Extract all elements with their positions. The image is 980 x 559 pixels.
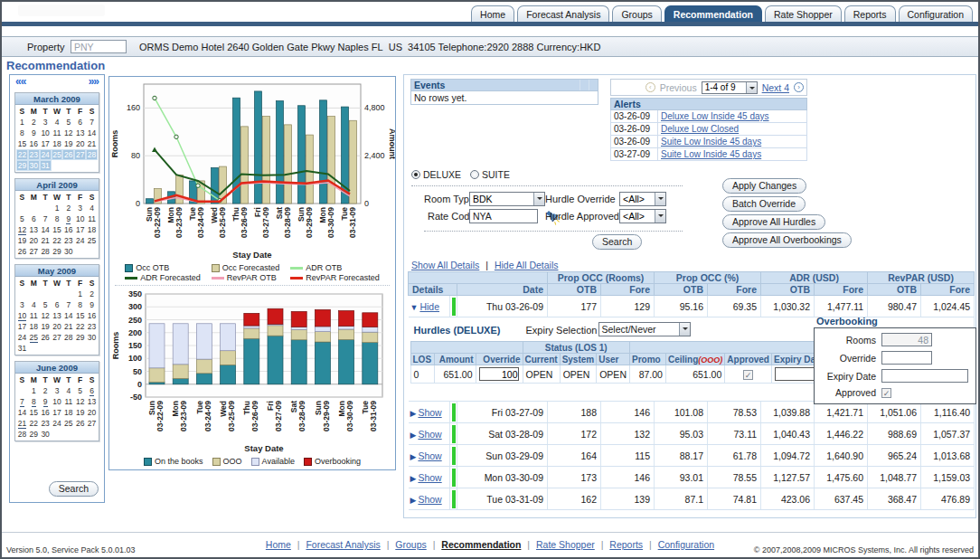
calendar-day[interactable]: 5 xyxy=(16,213,28,224)
alerts-range-select[interactable]: 1-4 of 9 xyxy=(702,81,758,94)
calendar-day[interactable]: 4 xyxy=(86,203,98,213)
hide-details-link[interactable]: Hide xyxy=(419,301,439,312)
calendar-day[interactable]: 22 xyxy=(74,321,86,332)
tab-configuration[interactable]: Configuration xyxy=(899,5,973,22)
alert-link[interactable]: Suite Low Inside 45 days xyxy=(661,149,761,159)
calendar-day[interactable]: 24 xyxy=(74,235,86,246)
dropdown-arrow-icon[interactable] xyxy=(679,323,690,336)
calendar-day[interactable]: 27 xyxy=(74,149,86,160)
calendar-day[interactable]: 12 xyxy=(40,310,52,321)
calendar-day[interactable]: 29 xyxy=(74,332,86,343)
calendar-day[interactable]: 8 xyxy=(52,213,63,224)
calendar-day[interactable]: 16 xyxy=(40,407,52,418)
calendar-day[interactable]: 18 xyxy=(52,138,63,149)
calendar-day[interactable]: 10 xyxy=(16,310,28,321)
calendar-day[interactable]: 24 xyxy=(52,418,63,429)
calendar-day[interactable]: 29 xyxy=(28,429,40,440)
approve-all-hurdles-button[interactable]: Approve All Hurdles xyxy=(722,214,825,230)
footer-link-reports[interactable]: Reports xyxy=(609,539,643,550)
calendar-day[interactable]: 21 xyxy=(62,321,74,332)
overbooking-expiry-input[interactable] xyxy=(881,369,968,383)
calendar-day[interactable]: 22 xyxy=(28,418,40,429)
calendar-day[interactable]: 11 xyxy=(52,128,63,138)
hurdle-approved-select[interactable]: <All> xyxy=(619,209,666,223)
calendar-prev-icon[interactable]: «« xyxy=(15,75,25,88)
calendar-day[interactable]: 9 xyxy=(62,213,74,224)
calendar-day[interactable]: 19 xyxy=(62,138,74,149)
calendar-day[interactable]: 3 xyxy=(16,299,28,310)
calendar-day[interactable]: 1 xyxy=(74,289,86,299)
calendar-day[interactable]: 26 xyxy=(74,418,86,429)
tab-reports[interactable]: Reports xyxy=(844,5,896,22)
calendar-day[interactable]: 14 xyxy=(86,128,98,138)
calendar-day[interactable]: 14 xyxy=(40,224,52,235)
calendar-day[interactable]: 1 xyxy=(28,385,40,396)
calendar-day[interactable]: 8 xyxy=(74,299,86,310)
tab-forecast-analysis[interactable]: Forecast Analysis xyxy=(517,5,609,22)
calendar-day[interactable]: 20 xyxy=(52,321,63,332)
calendar-day[interactable]: 17 xyxy=(74,224,86,235)
calendar-day[interactable]: 15 xyxy=(28,407,40,418)
calendar-day[interactable]: 25 xyxy=(62,418,74,429)
calendar-day[interactable]: 25 xyxy=(86,235,98,246)
calendar-day[interactable]: 31 xyxy=(16,343,28,354)
footer-link-configuration[interactable]: Configuration xyxy=(658,539,714,550)
dropdown-arrow-icon[interactable] xyxy=(655,193,665,205)
calendar-day[interactable]: 25 xyxy=(52,149,63,160)
calendar-day[interactable]: 26 xyxy=(16,246,28,257)
calendar-day[interactable]: 1 xyxy=(52,203,63,213)
calendar-day[interactable]: 17 xyxy=(40,138,52,149)
alert-link[interactable]: Suite Low Inside 45 days xyxy=(661,137,761,147)
calendar-day[interactable]: 16 xyxy=(86,310,98,321)
expiry-selection-select[interactable]: Select/Never xyxy=(598,322,691,336)
calendar-day[interactable]: 3 xyxy=(40,117,52,128)
overbooking-approved-checkbox[interactable]: ✓ xyxy=(881,388,891,398)
calendar-day[interactable]: 6 xyxy=(28,213,40,224)
calendar-day[interactable]: 16 xyxy=(62,224,74,235)
calendar-day[interactable]: 24 xyxy=(16,332,28,343)
show-details-link[interactable]: Show xyxy=(418,407,441,418)
calendar-day[interactable]: 23 xyxy=(62,235,74,246)
calendar-day[interactable]: 22 xyxy=(16,149,28,160)
show-details-link[interactable]: Show xyxy=(418,450,441,461)
calendar-day[interactable]: 21 xyxy=(16,418,28,429)
footer-link-rate-shopper[interactable]: Rate Shopper xyxy=(536,539,595,550)
calendar-day[interactable]: 4 xyxy=(52,117,63,128)
calendar-day[interactable]: 6 xyxy=(52,299,63,310)
calendar-day[interactable]: 7 xyxy=(16,396,28,407)
calendar-day[interactable]: 26 xyxy=(62,149,74,160)
show-all-details-link[interactable]: Show All Details xyxy=(411,260,479,270)
calendar-day[interactable]: 7 xyxy=(40,213,52,224)
calendar-day[interactable]: 21 xyxy=(40,235,52,246)
calendar-day[interactable]: 13 xyxy=(28,224,40,235)
calendar-day[interactable]: 1 xyxy=(16,117,28,128)
batch-override-button[interactable]: Batch Override xyxy=(722,196,806,212)
calendar-day[interactable]: 11 xyxy=(28,310,40,321)
calendar-day[interactable]: 4 xyxy=(28,299,40,310)
calendar-day[interactable]: 30 xyxy=(62,246,74,257)
calendar-day[interactable]: 13 xyxy=(52,310,63,321)
calendar-day[interactable]: 19 xyxy=(74,407,86,418)
calendar-day[interactable]: 17 xyxy=(16,321,28,332)
calendar-day[interactable]: 9 xyxy=(86,299,98,310)
calendar-day[interactable]: 9 xyxy=(28,128,40,138)
dropdown-arrow-icon[interactable] xyxy=(533,193,544,205)
dropdown-arrow-icon[interactable] xyxy=(655,210,665,223)
calendar-day[interactable]: 6 xyxy=(86,385,98,396)
calendar-day[interactable]: 20 xyxy=(74,138,86,149)
calendar-day[interactable]: 20 xyxy=(86,407,98,418)
calendar-day[interactable]: 6 xyxy=(74,117,86,128)
show-details-link[interactable]: Show xyxy=(418,472,441,483)
room-class-radio-suite[interactable]: SUITE xyxy=(470,169,510,180)
calendar-day[interactable]: 10 xyxy=(74,213,86,224)
calendar-day[interactable]: 15 xyxy=(52,224,63,235)
hurdle-approved-checkbox[interactable]: ✓ xyxy=(743,370,753,380)
calendar-day[interactable]: 21 xyxy=(86,138,98,149)
property-input[interactable] xyxy=(71,40,127,53)
footer-link-recommendation[interactable]: Recommendation xyxy=(441,539,521,550)
calendar-search-button[interactable]: Search xyxy=(49,481,99,497)
calendar-day[interactable]: 10 xyxy=(52,396,63,407)
calendar-day[interactable]: 10 xyxy=(40,128,52,138)
calendar-day[interactable]: 5 xyxy=(62,117,74,128)
calendar-day[interactable]: 28 xyxy=(40,246,52,257)
